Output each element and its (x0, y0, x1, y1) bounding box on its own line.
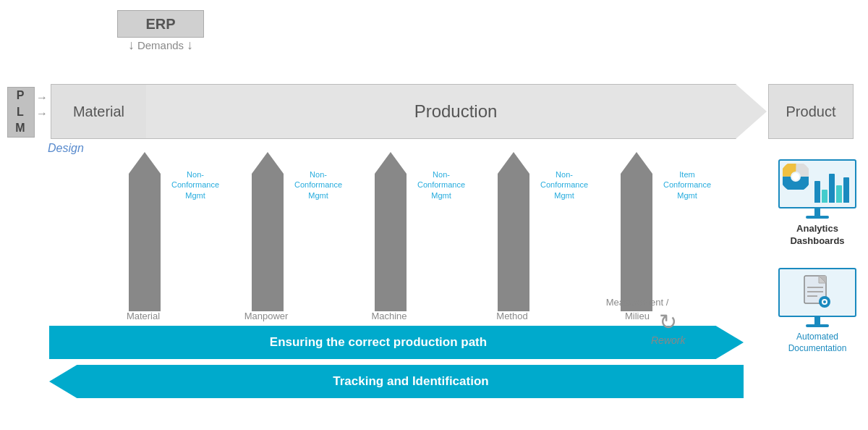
analytics-card: AnalyticsDashboards (774, 159, 861, 248)
varrow-measurement (621, 152, 652, 311)
plm-arrow-2: → (36, 108, 48, 119)
analytics-screen (778, 159, 856, 208)
tracking-label: Tracking and Identification (304, 374, 488, 389)
plm-box: P L M (7, 87, 35, 138)
bar-4 (836, 185, 842, 203)
doc-base (806, 324, 829, 327)
varrow-manpower (252, 152, 284, 311)
design-label: Design (48, 142, 84, 155)
varrow-method (498, 152, 529, 311)
analytics-stand (814, 208, 820, 216)
varrow-machine (375, 152, 407, 311)
doc-stand (814, 317, 820, 324)
varrow-machine-head (375, 152, 407, 174)
svg-point-3 (792, 173, 799, 180)
nc-label-material: Non-ConformanceMgmt (166, 169, 224, 201)
varrow-material-shaft (129, 174, 161, 311)
erp-box: ERP (117, 10, 204, 38)
demands-label: ↓ Demands ↓ (128, 38, 193, 53)
varrow-material-head (129, 152, 161, 174)
erp-label: ERP (145, 16, 175, 33)
nc-label-machine: Non-ConformanceMgmt (412, 169, 470, 201)
nc-label-measurement: ItemConformanceMgmt (658, 169, 716, 201)
svg-point-12 (823, 300, 826, 303)
bar-2 (822, 190, 827, 203)
bar-5 (843, 177, 849, 203)
varrow-method-shaft (498, 174, 529, 311)
product-label: Product (786, 104, 836, 120)
material-box: Material (51, 84, 146, 139)
doc-icon (801, 274, 833, 311)
plm-label: P L M (15, 88, 26, 136)
varrow-method-head (498, 152, 529, 174)
demands-area: ↓ Demands ↓ (117, 38, 204, 53)
doc-card: AutomatedDocumentation (774, 268, 861, 354)
diagram-container: ERP ↓ Demands ↓ P L M → → Design Materia… (0, 0, 868, 430)
material-label: Material (73, 104, 124, 120)
varrow-manpower-shaft (252, 174, 284, 311)
production-box: Production (145, 84, 767, 139)
bar-1 (814, 181, 820, 203)
plm-arrows: → → (36, 92, 48, 119)
tracking-arrow: Tracking and Identification (49, 365, 744, 398)
rework-area: ↻ Rework (651, 309, 685, 346)
rework-cycle-icon: ↻ (659, 309, 677, 334)
ensuring-label: Ensuring the correct production path (270, 335, 523, 350)
varrow-material (129, 152, 161, 311)
doc-title: AutomatedDocumentation (788, 332, 847, 354)
varrow-manpower-head (252, 152, 284, 174)
product-box: Product (768, 84, 854, 139)
nc-label-method: Non-ConformanceMgmt (535, 169, 593, 201)
analytics-pie-icon (783, 164, 809, 190)
plm-arrow-1: → (36, 92, 48, 104)
ensuring-arrow: Ensuring the correct production path (49, 326, 744, 359)
production-label: Production (414, 101, 498, 122)
nc-label-manpower: Non-ConformanceMgmt (289, 169, 347, 201)
bar-3 (829, 174, 835, 203)
doc-screen (778, 268, 856, 317)
analytics-base (806, 216, 829, 219)
varrow-measurement-head (621, 152, 652, 174)
varrow-machine-shaft (375, 174, 407, 311)
varrow-measurement-shaft (621, 174, 652, 311)
rework-label: Rework (651, 334, 685, 346)
analytics-title: AnalyticsDashboards (790, 223, 844, 248)
